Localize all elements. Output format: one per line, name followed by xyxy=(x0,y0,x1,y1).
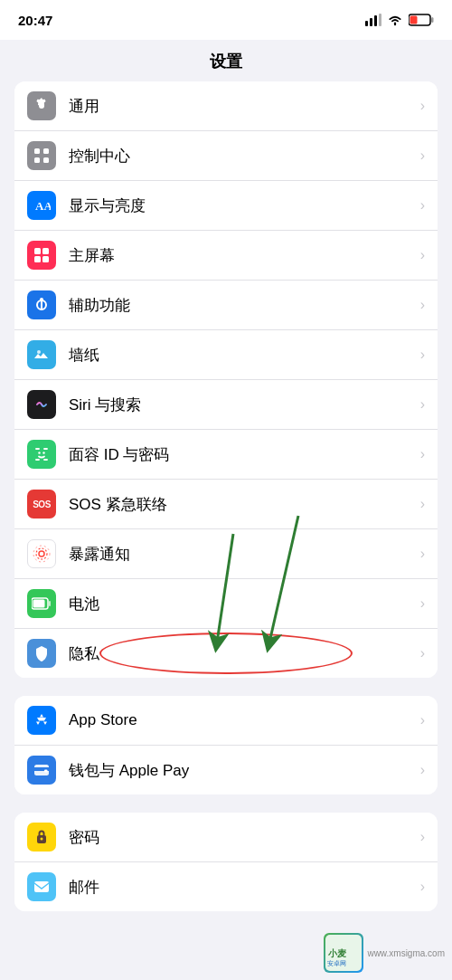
svg-rect-15 xyxy=(42,256,49,262)
svg-point-21 xyxy=(42,452,44,453)
settings-row-general[interactable]: 通用 › xyxy=(14,81,438,131)
svg-rect-6 xyxy=(410,16,418,24)
wallpaper-chevron: › xyxy=(420,347,425,363)
svg-rect-9 xyxy=(34,157,40,163)
privacy-chevron: › xyxy=(420,645,425,661)
wallet-chevron: › xyxy=(420,762,425,778)
display-label: 显示与亮度 xyxy=(69,195,420,216)
svg-point-22 xyxy=(39,551,44,557)
svg-rect-3 xyxy=(379,14,381,26)
svg-rect-30 xyxy=(44,770,48,773)
svg-rect-27 xyxy=(33,600,45,608)
wallpaper-label: 墙纸 xyxy=(69,345,420,366)
mail-chevron: › xyxy=(420,879,425,895)
general-icon-wrap xyxy=(27,91,56,120)
passwords-icon-wrap xyxy=(27,823,56,852)
siri-chevron: › xyxy=(420,396,425,413)
faceid-label: 面容 ID 与密码 xyxy=(69,444,420,465)
siri-icon xyxy=(33,395,51,414)
svg-rect-8 xyxy=(43,148,49,154)
svg-rect-5 xyxy=(431,17,434,23)
exposure-chevron: › xyxy=(420,546,425,562)
display-chevron: › xyxy=(420,197,425,214)
battery-label: 电池 xyxy=(69,594,420,614)
home-screen-icon xyxy=(33,246,51,264)
passwords-icon xyxy=(33,828,51,846)
svg-point-19 xyxy=(37,350,41,354)
watermark-logo: 小麦 安卓网 xyxy=(324,933,363,973)
privacy-icon xyxy=(33,644,51,662)
settings-group-3: 密码 › 邮件 › xyxy=(14,813,438,911)
svg-rect-10 xyxy=(43,157,49,163)
siri-icon-wrap xyxy=(27,390,56,419)
home-screen-icon-wrap xyxy=(27,241,56,270)
svg-rect-33 xyxy=(34,881,49,892)
wallpaper-icon xyxy=(33,346,51,364)
settings-group-1: 通用 › 控制中心 › AA 显示与亮度 › xyxy=(14,81,438,678)
faceid-icon-wrap xyxy=(27,440,56,469)
svg-point-23 xyxy=(36,548,47,559)
wallet-icon xyxy=(33,761,51,779)
mail-label: 邮件 xyxy=(69,877,420,898)
passwords-chevron: › xyxy=(420,829,425,845)
settings-row-accessibility[interactable]: 辅助功能 › xyxy=(14,281,438,330)
battery-icon-wrap xyxy=(27,589,56,618)
svg-rect-14 xyxy=(34,256,41,262)
settings-row-app-store[interactable]: App Store › xyxy=(14,696,438,746)
page-title-bar: 设置 xyxy=(0,40,452,81)
exposure-label: 暴露通知 xyxy=(69,544,420,565)
privacy-label: 隐私 xyxy=(69,643,420,664)
svg-point-20 xyxy=(38,452,40,453)
settings-row-wallet[interactable]: 钱包与 Apple Pay › xyxy=(14,746,438,794)
gear-icon xyxy=(33,97,51,115)
accessibility-label: 辅助功能 xyxy=(69,295,420,316)
mail-icon xyxy=(33,878,51,896)
svg-rect-12 xyxy=(34,248,41,254)
app-store-chevron: › xyxy=(420,712,425,728)
settings-row-mail[interactable]: 邮件 › xyxy=(14,862,438,911)
exposure-icon xyxy=(33,545,51,563)
svg-text:安卓网: 安卓网 xyxy=(327,960,346,966)
status-icons xyxy=(365,14,434,26)
wifi-icon xyxy=(387,14,403,26)
control-center-chevron: › xyxy=(420,147,425,164)
mail-icon-wrap xyxy=(27,872,56,901)
wallet-label: 钱包与 Apple Pay xyxy=(69,760,420,781)
watermark-url: www.xmsigma.com xyxy=(367,948,445,958)
settings-row-passwords[interactable]: 密码 › xyxy=(14,813,438,862)
accessibility-icon-wrap xyxy=(27,290,56,319)
page-title: 设置 xyxy=(0,51,452,72)
svg-rect-2 xyxy=(374,15,377,26)
display-icon: AA xyxy=(33,196,51,214)
settings-row-faceid[interactable]: 面容 ID 与密码 › xyxy=(14,430,438,480)
settings-row-exposure[interactable]: 暴露通知 › xyxy=(14,529,438,579)
settings-row-home-screen[interactable]: 主屏幕 › xyxy=(14,231,438,281)
svg-text:AA: AA xyxy=(35,199,51,213)
signal-icon xyxy=(365,14,381,26)
settings-row-wallpaper[interactable]: 墙纸 › xyxy=(14,330,438,380)
accessibility-chevron: › xyxy=(420,297,425,313)
settings-row-privacy[interactable]: 隐私 › xyxy=(14,629,438,678)
settings-row-display[interactable]: AA 显示与亮度 › xyxy=(14,181,438,231)
settings-row-control-center[interactable]: 控制中心 › xyxy=(14,131,438,181)
battery-chevron: › xyxy=(420,595,425,612)
faceid-chevron: › xyxy=(420,446,425,462)
status-bar: 20:47 xyxy=(0,0,452,40)
status-time: 20:47 xyxy=(18,13,52,28)
settings-row-siri[interactable]: Siri 与搜索 › xyxy=(14,380,438,430)
home-screen-label: 主屏幕 xyxy=(69,245,420,266)
watermark: 小麦 安卓网 www.xmsigma.com xyxy=(324,933,445,973)
passwords-label: 密码 xyxy=(69,827,420,848)
sos-text: SOS xyxy=(33,500,51,509)
sos-label: SOS 紧急联络 xyxy=(69,494,420,515)
sos-icon-wrap: SOS xyxy=(27,490,56,519)
battery-icon xyxy=(409,14,434,26)
control-center-icon-wrap xyxy=(27,141,56,170)
settings-row-sos[interactable]: SOS SOS 紧急联络 › xyxy=(14,480,438,529)
settings-row-battery[interactable]: 电池 › xyxy=(14,579,438,629)
siri-label: Siri 与搜索 xyxy=(69,395,420,415)
svg-rect-7 xyxy=(34,148,40,154)
settings-group-2: App Store › 钱包与 Apple Pay › xyxy=(14,696,438,794)
app-store-icon xyxy=(33,711,51,729)
app-store-label: App Store xyxy=(69,711,420,729)
